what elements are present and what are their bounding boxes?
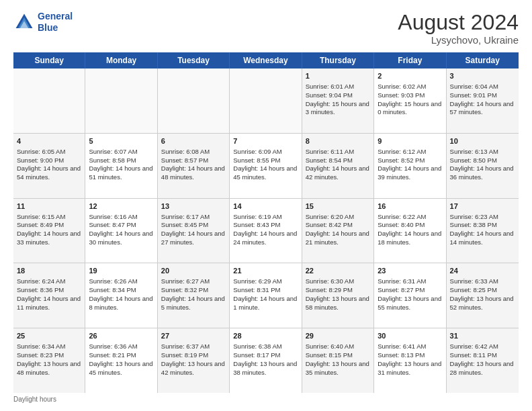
calendar-cell: 11Sunrise: 6:15 AMSunset: 8:49 PMDayligh… — [13, 199, 85, 263]
daylight-text: Daylight: 15 hours and 3 minutes. — [306, 100, 370, 118]
sunrise-text: Sunrise: 6:42 AM — [450, 342, 515, 351]
sunset-text: Sunset: 8:32 PM — [161, 286, 226, 295]
daylight-text: Daylight: 14 hours and 8 minutes. — [89, 295, 153, 312]
sunrise-text: Sunrise: 6:02 AM — [378, 83, 442, 91]
sunset-text: Sunset: 8:45 PM — [161, 221, 226, 230]
calendar-cell: 29Sunrise: 6:40 AMSunset: 8:15 PMDayligh… — [302, 328, 374, 393]
header-friday: Friday — [374, 52, 446, 68]
calendar-cell: 3Sunrise: 6:04 AMSunset: 9:01 PMDaylight… — [447, 68, 519, 133]
header-sunday: Sunday — [13, 52, 85, 68]
daylight-text: Daylight: 13 hours and 52 minutes. — [450, 295, 515, 312]
calendar-cell: 16Sunrise: 6:22 AMSunset: 8:40 PMDayligh… — [374, 199, 446, 263]
sunset-text: Sunset: 8:38 PM — [450, 221, 515, 230]
daylight-text: Daylight: 14 hours and 33 minutes. — [17, 230, 81, 247]
location: Lysychovo, Ukraine — [398, 34, 519, 46]
calendar-cell — [85, 68, 157, 133]
sunrise-text: Sunrise: 6:12 AM — [378, 148, 442, 156]
header-monday: Monday — [85, 52, 157, 68]
sunset-text: Sunset: 8:40 PM — [378, 221, 442, 230]
sunset-text: Sunset: 8:47 PM — [89, 221, 153, 230]
daylight-text: Daylight: 13 hours and 48 minutes. — [17, 360, 81, 377]
day-number: 2 — [378, 71, 442, 81]
day-number: 4 — [17, 136, 81, 146]
sunrise-text: Sunrise: 6:19 AM — [233, 213, 298, 222]
day-number: 1 — [306, 71, 370, 81]
week-row-3: 11Sunrise: 6:15 AMSunset: 8:49 PMDayligh… — [13, 199, 519, 264]
calendar-cell: 28Sunrise: 6:38 AMSunset: 8:17 PMDayligh… — [230, 328, 302, 393]
sunrise-text: Sunrise: 6:24 AM — [17, 277, 81, 286]
calendar-cell: 18Sunrise: 6:24 AMSunset: 8:36 PMDayligh… — [13, 263, 85, 328]
calendar-body: 1Sunrise: 6:01 AMSunset: 9:04 PMDaylight… — [13, 68, 519, 393]
day-number: 7 — [233, 136, 298, 146]
day-number: 12 — [89, 201, 153, 212]
sunset-text: Sunset: 8:42 PM — [306, 221, 370, 230]
day-number: 10 — [450, 136, 515, 146]
sunset-text: Sunset: 8:52 PM — [378, 156, 442, 165]
sunset-text: Sunset: 8:23 PM — [17, 351, 81, 360]
calendar-cell: 8Sunrise: 6:11 AMSunset: 8:54 PMDaylight… — [302, 134, 374, 198]
header-wednesday: Wednesday — [230, 52, 302, 68]
day-number: 23 — [378, 266, 442, 276]
daylight-text: Daylight: 13 hours and 42 minutes. — [161, 360, 226, 377]
daylight-text: Daylight: 13 hours and 31 minutes. — [378, 360, 442, 377]
daylight-text: Daylight: 14 hours and 11 minutes. — [17, 295, 81, 312]
day-number: 27 — [161, 331, 226, 341]
day-number: 15 — [306, 201, 370, 212]
calendar-cell: 13Sunrise: 6:17 AMSunset: 8:45 PMDayligh… — [158, 199, 230, 263]
calendar-cell: 19Sunrise: 6:26 AMSunset: 8:34 PMDayligh… — [85, 263, 157, 328]
sunrise-text: Sunrise: 6:31 AM — [378, 277, 442, 286]
sunrise-text: Sunrise: 6:27 AM — [161, 277, 226, 286]
sunset-text: Sunset: 8:25 PM — [450, 286, 515, 295]
daylight-text: Daylight: 13 hours and 55 minutes. — [378, 295, 442, 312]
sunset-text: Sunset: 9:03 PM — [378, 91, 442, 100]
daylight-text: Daylight: 13 hours and 35 minutes. — [306, 360, 370, 377]
calendar-cell: 31Sunrise: 6:42 AMSunset: 8:11 PMDayligh… — [447, 328, 519, 393]
sunrise-text: Sunrise: 6:17 AM — [161, 213, 226, 222]
daylight-text: Daylight: 14 hours and 18 minutes. — [378, 230, 442, 247]
daylight-text: Daylight: 14 hours and 27 minutes. — [161, 230, 226, 247]
sunset-text: Sunset: 8:57 PM — [161, 156, 226, 165]
logo-icon — [13, 11, 35, 33]
day-number: 24 — [450, 266, 515, 276]
sunset-text: Sunset: 8:19 PM — [161, 351, 226, 360]
sunrise-text: Sunrise: 6:29 AM — [233, 277, 298, 286]
calendar-cell: 27Sunrise: 6:37 AMSunset: 8:19 PMDayligh… — [158, 328, 230, 393]
calendar-cell: 17Sunrise: 6:23 AMSunset: 8:38 PMDayligh… — [447, 199, 519, 263]
sunrise-text: Sunrise: 6:07 AM — [89, 148, 153, 156]
calendar-cell: 26Sunrise: 6:36 AMSunset: 8:21 PMDayligh… — [85, 328, 157, 393]
calendar-cell: 30Sunrise: 6:41 AMSunset: 8:13 PMDayligh… — [374, 328, 446, 393]
header-thursday: Thursday — [302, 52, 374, 68]
calendar-cell — [230, 68, 302, 133]
calendar-cell: 7Sunrise: 6:09 AMSunset: 8:55 PMDaylight… — [230, 134, 302, 198]
day-number: 26 — [89, 331, 153, 341]
calendar-cell: 25Sunrise: 6:34 AMSunset: 8:23 PMDayligh… — [13, 328, 85, 393]
sunrise-text: Sunrise: 6:08 AM — [161, 148, 226, 156]
sunset-text: Sunset: 8:31 PM — [233, 286, 298, 295]
daylight-text: Daylight: 14 hours and 30 minutes. — [89, 230, 153, 247]
calendar-cell: 2Sunrise: 6:02 AMSunset: 9:03 PMDaylight… — [374, 68, 446, 133]
day-number: 3 — [450, 71, 515, 81]
sunset-text: Sunset: 9:04 PM — [306, 91, 370, 100]
day-number: 25 — [17, 331, 81, 341]
day-number: 16 — [378, 201, 442, 212]
day-number: 13 — [161, 201, 226, 212]
sunrise-text: Sunrise: 6:34 AM — [17, 342, 81, 351]
calendar-cell — [13, 68, 85, 133]
week-row-2: 4Sunrise: 6:05 AMSunset: 9:00 PMDaylight… — [13, 134, 519, 199]
calendar-cell: 12Sunrise: 6:16 AMSunset: 8:47 PMDayligh… — [85, 199, 157, 263]
sunrise-text: Sunrise: 6:15 AM — [17, 213, 81, 222]
sunset-text: Sunset: 9:00 PM — [17, 156, 81, 165]
daylight-text: Daylight: 15 hours and 0 minutes. — [378, 100, 442, 118]
sunrise-text: Sunrise: 6:13 AM — [450, 148, 515, 156]
daylight-text: Daylight: 14 hours and 14 minutes. — [450, 230, 515, 247]
sunset-text: Sunset: 8:58 PM — [89, 156, 153, 165]
daylight-text: Daylight: 13 hours and 38 minutes. — [233, 360, 298, 377]
daylight-text: Daylight: 14 hours and 45 minutes. — [233, 165, 298, 182]
sunset-text: Sunset: 8:15 PM — [306, 351, 370, 360]
sunrise-text: Sunrise: 6:30 AM — [306, 277, 370, 286]
sunset-text: Sunset: 8:27 PM — [378, 286, 442, 295]
sunrise-text: Sunrise: 6:01 AM — [306, 83, 370, 91]
sunset-text: Sunset: 8:36 PM — [17, 286, 81, 295]
daylight-text: Daylight: 13 hours and 58 minutes. — [306, 295, 370, 312]
day-number: 30 — [378, 331, 442, 341]
